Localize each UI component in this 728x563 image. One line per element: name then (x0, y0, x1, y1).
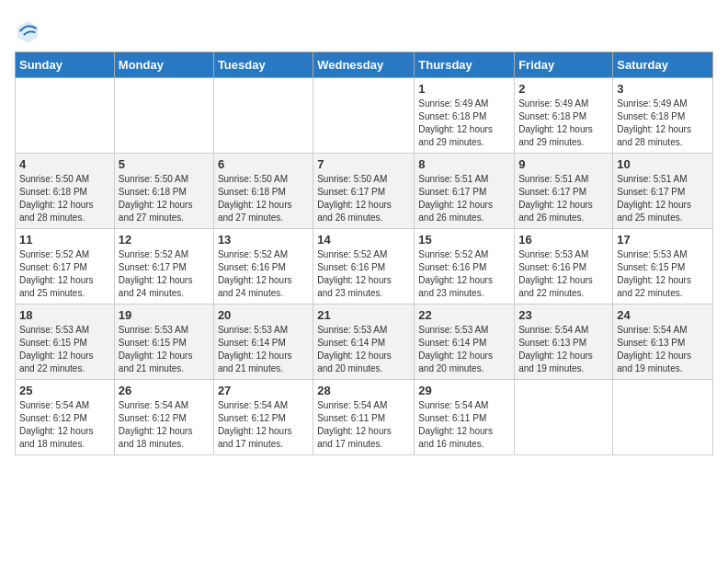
calendar-cell (515, 380, 613, 455)
calendar-cell: 20Sunrise: 5:53 AM Sunset: 6:14 PM Dayli… (213, 304, 313, 380)
day-number: 24 (617, 308, 709, 322)
day-info: Sunrise: 5:49 AM Sunset: 6:18 PM Dayligh… (518, 98, 609, 149)
day-number: 25 (19, 384, 110, 397)
day-number: 16 (518, 233, 609, 247)
day-info: Sunrise: 5:52 AM Sunset: 6:16 PM Dayligh… (218, 248, 309, 300)
day-info: Sunrise: 5:54 AM Sunset: 6:11 PM Dayligh… (418, 399, 510, 451)
day-number: 26 (119, 384, 210, 397)
weekday-header-monday: Monday (114, 52, 213, 78)
calendar-cell: 13Sunrise: 5:52 AM Sunset: 6:16 PM Dayli… (213, 229, 313, 304)
weekday-header-friday: Friday (515, 52, 613, 78)
calendar-cell (313, 78, 415, 154)
calendar-cell: 26Sunrise: 5:54 AM Sunset: 6:12 PM Dayli… (114, 380, 213, 455)
calendar-cell (114, 78, 213, 154)
calendar-cell: 21Sunrise: 5:53 AM Sunset: 6:14 PM Dayli… (313, 304, 415, 380)
day-info: Sunrise: 5:52 AM Sunset: 6:16 PM Dayligh… (418, 248, 510, 300)
calendar-week-row: 4Sunrise: 5:50 AM Sunset: 6:18 PM Daylig… (16, 154, 713, 229)
day-info: Sunrise: 5:52 AM Sunset: 6:17 PM Dayligh… (119, 248, 210, 300)
weekday-header-thursday: Thursday (415, 52, 515, 78)
calendar-cell: 22Sunrise: 5:53 AM Sunset: 6:14 PM Dayli… (415, 304, 515, 380)
day-number: 15 (418, 233, 510, 247)
calendar-cell: 10Sunrise: 5:51 AM Sunset: 6:17 PM Dayli… (613, 154, 713, 229)
calendar-cell: 5Sunrise: 5:50 AM Sunset: 6:18 PM Daylig… (114, 154, 213, 229)
calendar-week-row: 25Sunrise: 5:54 AM Sunset: 6:12 PM Dayli… (16, 380, 713, 455)
day-info: Sunrise: 5:54 AM Sunset: 6:12 PM Dayligh… (19, 399, 110, 451)
day-number: 11 (19, 233, 110, 247)
day-info: Sunrise: 5:53 AM Sunset: 6:16 PM Dayligh… (518, 248, 609, 300)
weekday-header-wednesday: Wednesday (313, 52, 415, 78)
calendar-cell: 23Sunrise: 5:54 AM Sunset: 6:13 PM Dayli… (515, 304, 613, 380)
day-info: Sunrise: 5:54 AM Sunset: 6:13 PM Dayligh… (518, 324, 609, 375)
weekday-header-saturday: Saturday (613, 52, 713, 78)
day-number: 22 (418, 308, 510, 322)
day-info: Sunrise: 5:51 AM Sunset: 6:17 PM Dayligh… (418, 173, 510, 224)
day-number: 13 (218, 233, 309, 247)
calendar-cell (16, 78, 115, 154)
day-number: 18 (19, 308, 110, 322)
day-number: 8 (418, 157, 510, 171)
calendar-cell: 29Sunrise: 5:54 AM Sunset: 6:11 PM Dayli… (415, 380, 515, 455)
day-number: 12 (119, 233, 210, 247)
calendar-cell: 15Sunrise: 5:52 AM Sunset: 6:16 PM Dayli… (415, 229, 515, 304)
day-number: 21 (317, 308, 410, 322)
calendar-cell: 4Sunrise: 5:50 AM Sunset: 6:18 PM Daylig… (16, 154, 115, 229)
day-number: 19 (119, 308, 210, 322)
day-info: Sunrise: 5:53 AM Sunset: 6:15 PM Dayligh… (119, 324, 210, 375)
calendar-cell: 16Sunrise: 5:53 AM Sunset: 6:16 PM Dayli… (515, 229, 613, 304)
day-info: Sunrise: 5:54 AM Sunset: 6:12 PM Dayligh… (218, 399, 309, 451)
calendar-cell: 12Sunrise: 5:52 AM Sunset: 6:17 PM Dayli… (114, 229, 213, 304)
day-info: Sunrise: 5:53 AM Sunset: 6:15 PM Dayligh… (617, 248, 709, 300)
day-number: 23 (518, 308, 609, 322)
logo-icon (15, 18, 40, 44)
day-info: Sunrise: 5:53 AM Sunset: 6:14 PM Dayligh… (317, 324, 410, 375)
day-number: 17 (617, 233, 709, 247)
calendar-cell: 9Sunrise: 5:51 AM Sunset: 6:17 PM Daylig… (515, 154, 613, 229)
calendar-cell: 14Sunrise: 5:52 AM Sunset: 6:16 PM Dayli… (313, 229, 415, 304)
calendar-table: SundayMondayTuesdayWednesdayThursdayFrid… (15, 52, 713, 455)
calendar-cell: 3Sunrise: 5:49 AM Sunset: 6:18 PM Daylig… (613, 78, 713, 154)
day-info: Sunrise: 5:50 AM Sunset: 6:18 PM Dayligh… (218, 173, 309, 224)
day-number: 10 (617, 157, 709, 171)
day-number: 2 (518, 82, 609, 96)
calendar-cell: 1Sunrise: 5:49 AM Sunset: 6:18 PM Daylig… (415, 78, 515, 154)
day-number: 29 (418, 384, 510, 397)
weekday-header-row: SundayMondayTuesdayWednesdayThursdayFrid… (16, 52, 713, 78)
calendar-cell: 27Sunrise: 5:54 AM Sunset: 6:12 PM Dayli… (213, 380, 313, 455)
day-number: 3 (617, 82, 709, 96)
day-info: Sunrise: 5:49 AM Sunset: 6:18 PM Dayligh… (418, 98, 510, 149)
day-number: 5 (119, 157, 210, 171)
calendar-week-row: 1Sunrise: 5:49 AM Sunset: 6:18 PM Daylig… (16, 78, 713, 154)
day-info: Sunrise: 5:53 AM Sunset: 6:15 PM Dayligh… (19, 324, 110, 375)
header (15, 15, 713, 44)
day-number: 20 (218, 308, 309, 322)
calendar-week-row: 18Sunrise: 5:53 AM Sunset: 6:15 PM Dayli… (16, 304, 713, 380)
day-number: 6 (218, 157, 309, 171)
day-info: Sunrise: 5:51 AM Sunset: 6:17 PM Dayligh… (617, 173, 709, 224)
calendar-cell: 6Sunrise: 5:50 AM Sunset: 6:18 PM Daylig… (213, 154, 313, 229)
calendar-cell: 2Sunrise: 5:49 AM Sunset: 6:18 PM Daylig… (515, 78, 613, 154)
day-info: Sunrise: 5:50 AM Sunset: 6:17 PM Dayligh… (317, 173, 410, 224)
day-info: Sunrise: 5:52 AM Sunset: 6:16 PM Dayligh… (317, 248, 410, 300)
day-number: 27 (218, 384, 309, 397)
day-info: Sunrise: 5:50 AM Sunset: 6:18 PM Dayligh… (19, 173, 110, 224)
calendar-cell: 17Sunrise: 5:53 AM Sunset: 6:15 PM Dayli… (613, 229, 713, 304)
day-info: Sunrise: 5:53 AM Sunset: 6:14 PM Dayligh… (218, 324, 309, 375)
calendar-cell (613, 380, 713, 455)
calendar-cell: 28Sunrise: 5:54 AM Sunset: 6:11 PM Dayli… (313, 380, 415, 455)
day-number: 14 (317, 233, 410, 247)
day-info: Sunrise: 5:50 AM Sunset: 6:18 PM Dayligh… (119, 173, 210, 224)
day-info: Sunrise: 5:51 AM Sunset: 6:17 PM Dayligh… (518, 173, 609, 224)
day-number: 9 (518, 157, 609, 171)
day-info: Sunrise: 5:54 AM Sunset: 6:13 PM Dayligh… (617, 324, 709, 375)
logo (15, 18, 42, 44)
calendar-cell (213, 78, 313, 154)
weekday-header-tuesday: Tuesday (213, 52, 313, 78)
day-info: Sunrise: 5:54 AM Sunset: 6:12 PM Dayligh… (119, 399, 210, 451)
day-info: Sunrise: 5:49 AM Sunset: 6:18 PM Dayligh… (617, 98, 709, 149)
calendar-cell: 8Sunrise: 5:51 AM Sunset: 6:17 PM Daylig… (415, 154, 515, 229)
calendar-cell: 25Sunrise: 5:54 AM Sunset: 6:12 PM Dayli… (16, 380, 115, 455)
calendar-cell: 7Sunrise: 5:50 AM Sunset: 6:17 PM Daylig… (313, 154, 415, 229)
day-number: 1 (418, 82, 510, 96)
day-number: 28 (317, 384, 410, 397)
day-info: Sunrise: 5:52 AM Sunset: 6:17 PM Dayligh… (19, 248, 110, 300)
